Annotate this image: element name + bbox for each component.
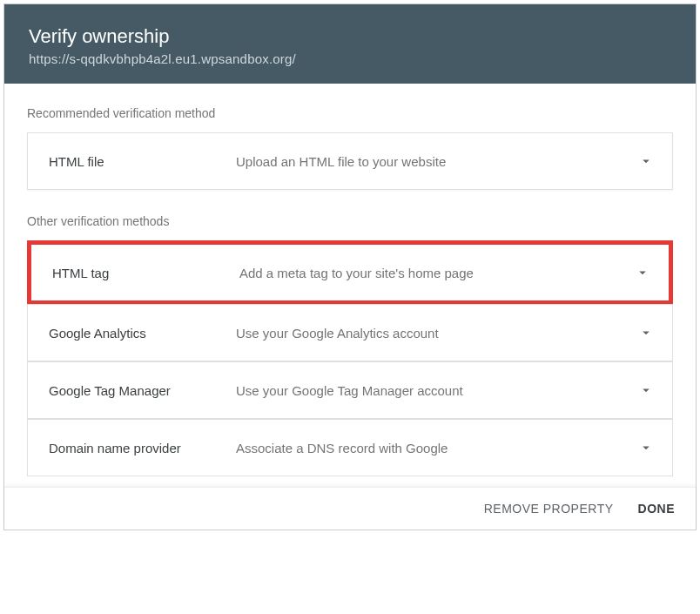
method-google-analytics[interactable]: Google Analytics Use your Google Analyti… <box>27 304 673 361</box>
method-desc: Add a meta tag to your site's home page <box>239 266 634 280</box>
verify-ownership-dialog: Verify ownership https://s-qqdkvbhpb4a2l… <box>3 3 697 530</box>
method-title: Google Tag Manager <box>49 383 236 398</box>
method-google-tag-manager[interactable]: Google Tag Manager Use your Google Tag M… <box>27 361 673 419</box>
method-title: Google Analytics <box>49 326 236 341</box>
chevron-down-icon <box>637 152 655 170</box>
method-title: HTML file <box>49 154 236 169</box>
other-methods-group: HTML tag Add a meta tag to your site's h… <box>27 240 673 476</box>
chevron-down-icon <box>637 324 655 341</box>
method-title: HTML tag <box>52 266 239 280</box>
method-desc: Associate a DNS record with Google <box>236 441 637 455</box>
done-button[interactable]: DONE <box>638 502 675 516</box>
method-desc: Use your Google Tag Manager account <box>236 383 637 398</box>
method-html-file[interactable]: HTML file Upload an HTML file to your we… <box>27 132 673 190</box>
remove-property-button[interactable]: REMOVE PROPERTY <box>484 502 614 516</box>
method-domain-name-provider[interactable]: Domain name provider Associate a DNS rec… <box>27 419 673 476</box>
method-desc: Upload an HTML file to your website <box>236 154 637 169</box>
method-html-tag[interactable]: HTML tag Add a meta tag to your site's h… <box>31 245 669 300</box>
dialog-body: Recommended verification method HTML fil… <box>4 84 696 487</box>
method-title: Domain name provider <box>49 441 236 455</box>
chevron-down-icon <box>637 439 655 456</box>
property-url: https://s-qqdkvbhpb4a2l.eu1.wpsandbox.or… <box>29 51 671 66</box>
highlighted-method: HTML tag Add a meta tag to your site's h… <box>27 240 673 305</box>
dialog-title: Verify ownership <box>29 25 671 48</box>
method-desc: Use your Google Analytics account <box>236 326 637 341</box>
dialog-header: Verify ownership https://s-qqdkvbhpb4a2l… <box>4 4 696 84</box>
recommended-section-label: Recommended verification method <box>27 106 673 120</box>
chevron-down-icon <box>637 381 655 399</box>
dialog-footer: REMOVE PROPERTY DONE <box>4 487 696 530</box>
other-section-label: Other verification methods <box>27 214 673 228</box>
chevron-down-icon <box>634 264 651 281</box>
